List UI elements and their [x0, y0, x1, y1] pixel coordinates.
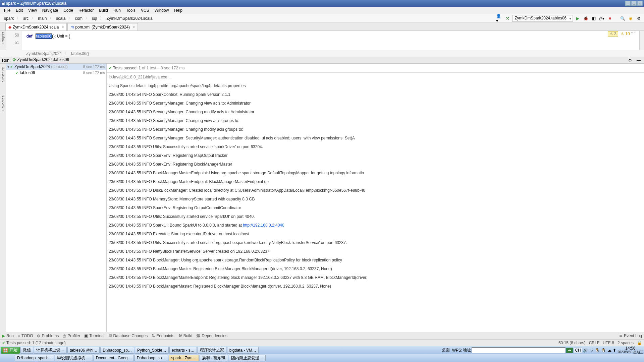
taskbar-item[interactable]: D:\hadoop_sp…	[100, 347, 134, 354]
tray-icon[interactable]: 🐧	[601, 348, 606, 353]
menu-view[interactable]: View	[25, 7, 40, 13]
tray-icon[interactable]: 🔊	[583, 348, 588, 353]
debug-button[interactable]: 🐞	[582, 15, 589, 22]
minimize-tool-icon[interactable]: —	[635, 57, 642, 64]
editor-tab[interactable]: ◆ ZymkDmSpark2024.scala ×	[5, 23, 67, 31]
ime-indicator[interactable]: CH	[574, 348, 582, 353]
tray-icon[interactable]: 🛡	[589, 348, 593, 353]
taskbar-item[interactable]: 程序设计之家	[198, 347, 226, 354]
taskbar-item[interactable]: D:\hadoop_spark…	[15, 355, 54, 361]
taskbar-item[interactable]: Document - Goog…	[94, 355, 134, 361]
wps-label[interactable]: WPS:	[452, 348, 463, 353]
editor-tab[interactable]: m pom.xml (ZymkDmSpark2024) ×	[67, 23, 138, 31]
menu-code[interactable]: Code	[61, 7, 76, 13]
tool-terminal[interactable]: ▣ Terminal	[84, 334, 104, 338]
menu-build[interactable]: Build	[96, 7, 111, 13]
test-tree[interactable]: ▾ ✔ ZymkDmSpark2024 (com.sql) 8 sec 172 …	[6, 64, 107, 332]
code-text: (): Unit = {	[52, 34, 70, 39]
tool-build[interactable]: ⚒ Build	[178, 334, 193, 338]
run-configuration-combo[interactable]: ZymkDmSpark2024.tables06 ▾	[512, 15, 573, 22]
code-editor[interactable]: def tables06(): Unit = { ⚠ 3 ⚠ 10 ˄ ˅	[21, 31, 639, 50]
profile-button[interactable]: ◷▾	[598, 15, 605, 22]
tool-problems[interactable]: ⊘ Problems	[37, 334, 59, 338]
menu-window[interactable]: Window	[152, 7, 172, 13]
taskbar-item[interactable]: 计算机毕业设…	[34, 347, 67, 354]
test-tree-leaf[interactable]: ✔ tables06 8 sec 172 ms	[6, 70, 106, 76]
tool-database-changes[interactable]: ⛁ Database Changes	[109, 334, 148, 338]
go-button[interactable]: ➔	[566, 348, 573, 353]
project-tool-button[interactable]: Project	[1, 32, 5, 44]
run-button[interactable]: ▶	[574, 15, 581, 22]
build-hammer-icon[interactable]: ⚒	[504, 15, 511, 22]
tool-event-log[interactable]: ≣ Event Log	[619, 334, 642, 338]
menu-edit[interactable]: Edit	[13, 7, 25, 13]
run-tab[interactable]: ⟳ ZymkDmSpark2024.tables06	[13, 57, 69, 63]
crumb-class[interactable]: ZymkDmSpark2024	[26, 51, 62, 56]
system-tray[interactable]: 🔊 🛡 🐧 🐧 ☁ ⬆ 14:56 2023/8/30 星期三	[583, 347, 643, 354]
start-button[interactable]: 🪟 开始	[1, 347, 20, 354]
menu-tools[interactable]: Tools	[123, 7, 138, 13]
favorites-tool-button[interactable]: Favorites	[1, 96, 5, 111]
taskbar-item[interactable]: D:\hadoop_sp…	[135, 355, 168, 361]
editor-gutter[interactable]: 50 51 ▶	[6, 31, 21, 50]
spark-ui-link[interactable]: http://192.168.0.2:4040	[243, 223, 284, 228]
tool-profiler[interactable]: ◷ Profiler	[63, 334, 80, 338]
breadcrumb[interactable]: com	[73, 15, 85, 21]
settings-icon[interactable]: ⚙	[635, 15, 642, 22]
breadcrumb[interactable]: sql	[90, 15, 99, 21]
clock-time[interactable]: 14:56	[618, 347, 643, 350]
readonly-lock-icon[interactable]: 🔓	[637, 341, 642, 345]
line-separator[interactable]: CRLF	[589, 341, 599, 345]
breadcrumb[interactable]: ZymkDmSpark2024.scala	[104, 15, 154, 21]
close-icon[interactable]: ×	[132, 25, 135, 29]
tool-dependencies[interactable]: ⛓ Dependencies	[196, 334, 227, 338]
coverage-button[interactable]: ◧	[590, 15, 597, 22]
breadcrumb[interactable]: main	[36, 15, 49, 21]
taskbar-item[interactable]: Python_Spide…	[135, 347, 169, 354]
clock-date[interactable]: 2023/8/30 星期三	[618, 350, 643, 354]
menu-file[interactable]: File	[1, 7, 13, 13]
breadcrumb[interactable]: spark	[2, 15, 16, 21]
test-tree-root[interactable]: ▾ ✔ ZymkDmSpark2024 (com.sql) 8 sec 172 …	[6, 64, 106, 70]
maximize-button[interactable]: □	[631, 1, 637, 6]
taskbar-item[interactable]: 毕设测试虚拟机 …	[55, 355, 93, 361]
user-icon[interactable]: 👤▾	[496, 15, 503, 22]
desktop-label[interactable]: 桌面	[442, 347, 450, 353]
tool-todo[interactable]: ≡ TODO	[18, 334, 33, 338]
run-settings-icon[interactable]: ⚙	[627, 57, 633, 64]
ide-update-icon[interactable]: ◉	[627, 15, 634, 22]
tray-icon[interactable]: ⬆	[613, 348, 616, 353]
taskbar-item[interactable]: bigdata - VM…	[227, 347, 259, 354]
taskbar-item[interactable]: 晨羽 - 葛东琪	[200, 355, 228, 361]
file-encoding[interactable]: UTF-8	[603, 341, 614, 345]
taskbar-item[interactable]: spark - Zym…	[169, 355, 199, 361]
structure-tool-button[interactable]: Structure	[1, 67, 5, 82]
breadcrumb[interactable]: src	[21, 15, 31, 21]
taskbar-item[interactable]: tables06 @hi…	[67, 347, 100, 354]
menu-run[interactable]: Run	[111, 7, 123, 13]
console-output[interactable]: ✔ Tests passed: 1 of 1 test – 8 sec 172 …	[107, 64, 644, 332]
tray-icon[interactable]: 🐧	[595, 348, 600, 353]
taskbar-item[interactable]: 团内禁止恋爱漫…	[229, 355, 266, 361]
tool-endpoints[interactable]: ⇅ Endpoints	[152, 334, 174, 338]
close-button[interactable]: ×	[637, 1, 643, 6]
taskbar-item[interactable]: echarts - s…	[169, 347, 197, 354]
caret-position[interactable]: 50:15 (8 chars)	[558, 341, 586, 345]
menu-navigate[interactable]: Navigate	[40, 7, 61, 13]
crumb-method[interactable]: tables06()	[71, 51, 89, 56]
tray-icon[interactable]: ☁	[607, 348, 611, 353]
menu-help[interactable]: Help	[171, 7, 185, 13]
stop-button[interactable]: ■	[606, 15, 613, 22]
search-everywhere-icon[interactable]: 🔍	[619, 15, 626, 22]
error-stripe[interactable]	[639, 31, 644, 50]
menu-vcs[interactable]: VCS	[138, 7, 152, 13]
tool-run[interactable]: ▶Run	[2, 334, 14, 338]
address-input[interactable]	[472, 347, 566, 353]
minimize-button[interactable]: _	[625, 1, 631, 6]
inspection-widget[interactable]: ⚠ 3 ⚠ 10 ˄ ˅	[608, 32, 636, 36]
menu-refactor[interactable]: Refactor	[76, 7, 96, 13]
indent-setting[interactable]: 2 spaces	[618, 341, 634, 345]
taskbar-item[interactable]: 微信	[20, 347, 33, 354]
close-icon[interactable]: ×	[61, 25, 64, 29]
breadcrumb[interactable]: scala	[54, 15, 67, 21]
